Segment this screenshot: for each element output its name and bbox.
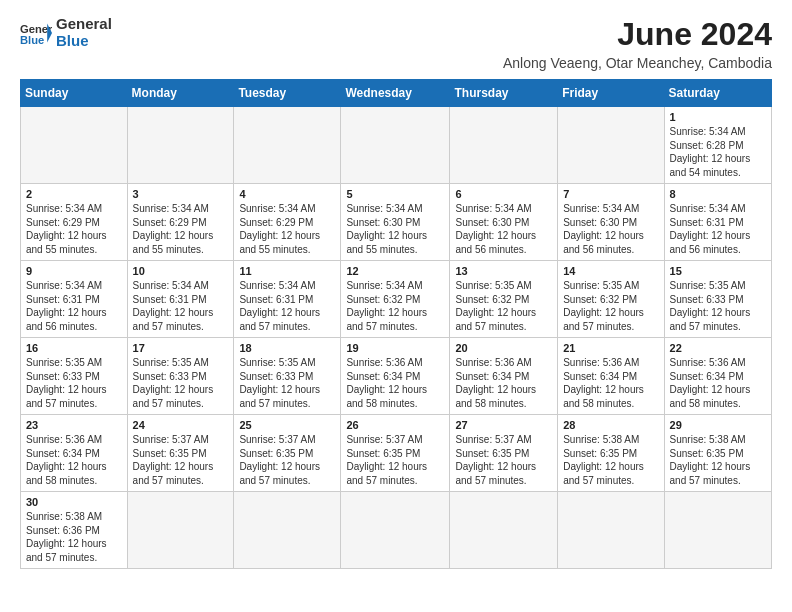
day-cell bbox=[558, 492, 664, 569]
day-info: Sunrise: 5:35 AMSunset: 6:32 PMDaylight:… bbox=[455, 279, 552, 333]
day-number: 23 bbox=[26, 419, 122, 431]
day-cell: 20Sunrise: 5:36 AMSunset: 6:34 PMDayligh… bbox=[450, 338, 558, 415]
day-cell: 24Sunrise: 5:37 AMSunset: 6:35 PMDayligh… bbox=[127, 415, 234, 492]
day-number: 13 bbox=[455, 265, 552, 277]
day-number: 6 bbox=[455, 188, 552, 200]
day-info: Sunrise: 5:37 AMSunset: 6:35 PMDaylight:… bbox=[346, 433, 444, 487]
day-number: 24 bbox=[133, 419, 229, 431]
day-cell bbox=[127, 107, 234, 184]
column-header-saturday: Saturday bbox=[664, 80, 771, 107]
day-cell: 1Sunrise: 5:34 AMSunset: 6:28 PMDaylight… bbox=[664, 107, 771, 184]
day-cell: 18Sunrise: 5:35 AMSunset: 6:33 PMDayligh… bbox=[234, 338, 341, 415]
day-cell: 3Sunrise: 5:34 AMSunset: 6:29 PMDaylight… bbox=[127, 184, 234, 261]
day-info: Sunrise: 5:36 AMSunset: 6:34 PMDaylight:… bbox=[563, 356, 658, 410]
day-number: 30 bbox=[26, 496, 122, 508]
day-info: Sunrise: 5:38 AMSunset: 6:35 PMDaylight:… bbox=[670, 433, 766, 487]
week-row-6: 30Sunrise: 5:38 AMSunset: 6:36 PMDayligh… bbox=[21, 492, 772, 569]
day-number: 3 bbox=[133, 188, 229, 200]
svg-text:Blue: Blue bbox=[20, 34, 44, 46]
day-info: Sunrise: 5:36 AMSunset: 6:34 PMDaylight:… bbox=[346, 356, 444, 410]
day-cell: 5Sunrise: 5:34 AMSunset: 6:30 PMDaylight… bbox=[341, 184, 450, 261]
day-info: Sunrise: 5:34 AMSunset: 6:29 PMDaylight:… bbox=[26, 202, 122, 256]
day-cell: 9Sunrise: 5:34 AMSunset: 6:31 PMDaylight… bbox=[21, 261, 128, 338]
day-cell: 8Sunrise: 5:34 AMSunset: 6:31 PMDaylight… bbox=[664, 184, 771, 261]
logo-icon: General Blue bbox=[20, 19, 52, 47]
day-info: Sunrise: 5:34 AMSunset: 6:30 PMDaylight:… bbox=[563, 202, 658, 256]
day-number: 25 bbox=[239, 419, 335, 431]
day-number: 14 bbox=[563, 265, 658, 277]
day-cell: 17Sunrise: 5:35 AMSunset: 6:33 PMDayligh… bbox=[127, 338, 234, 415]
day-number: 21 bbox=[563, 342, 658, 354]
day-number: 27 bbox=[455, 419, 552, 431]
day-info: Sunrise: 5:36 AMSunset: 6:34 PMDaylight:… bbox=[455, 356, 552, 410]
day-cell bbox=[450, 107, 558, 184]
day-number: 1 bbox=[670, 111, 766, 123]
day-cell: 6Sunrise: 5:34 AMSunset: 6:30 PMDaylight… bbox=[450, 184, 558, 261]
day-cell: 19Sunrise: 5:36 AMSunset: 6:34 PMDayligh… bbox=[341, 338, 450, 415]
day-cell: 21Sunrise: 5:36 AMSunset: 6:34 PMDayligh… bbox=[558, 338, 664, 415]
day-cell bbox=[450, 492, 558, 569]
day-cell: 12Sunrise: 5:34 AMSunset: 6:32 PMDayligh… bbox=[341, 261, 450, 338]
column-header-wednesday: Wednesday bbox=[341, 80, 450, 107]
day-number: 5 bbox=[346, 188, 444, 200]
day-cell bbox=[127, 492, 234, 569]
day-number: 29 bbox=[670, 419, 766, 431]
day-cell: 28Sunrise: 5:38 AMSunset: 6:35 PMDayligh… bbox=[558, 415, 664, 492]
column-header-thursday: Thursday bbox=[450, 80, 558, 107]
column-header-sunday: Sunday bbox=[21, 80, 128, 107]
week-row-1: 1Sunrise: 5:34 AMSunset: 6:28 PMDaylight… bbox=[21, 107, 772, 184]
day-cell: 15Sunrise: 5:35 AMSunset: 6:33 PMDayligh… bbox=[664, 261, 771, 338]
day-cell bbox=[21, 107, 128, 184]
day-info: Sunrise: 5:35 AMSunset: 6:33 PMDaylight:… bbox=[239, 356, 335, 410]
day-cell: 14Sunrise: 5:35 AMSunset: 6:32 PMDayligh… bbox=[558, 261, 664, 338]
day-number: 26 bbox=[346, 419, 444, 431]
day-cell: 13Sunrise: 5:35 AMSunset: 6:32 PMDayligh… bbox=[450, 261, 558, 338]
day-info: Sunrise: 5:36 AMSunset: 6:34 PMDaylight:… bbox=[26, 433, 122, 487]
day-info: Sunrise: 5:35 AMSunset: 6:33 PMDaylight:… bbox=[670, 279, 766, 333]
calendar-title: June 2024 bbox=[503, 16, 772, 53]
day-info: Sunrise: 5:34 AMSunset: 6:31 PMDaylight:… bbox=[26, 279, 122, 333]
day-info: Sunrise: 5:34 AMSunset: 6:32 PMDaylight:… bbox=[346, 279, 444, 333]
day-cell bbox=[234, 107, 341, 184]
day-number: 7 bbox=[563, 188, 658, 200]
day-info: Sunrise: 5:34 AMSunset: 6:31 PMDaylight:… bbox=[133, 279, 229, 333]
day-cell: 22Sunrise: 5:36 AMSunset: 6:34 PMDayligh… bbox=[664, 338, 771, 415]
day-cell: 27Sunrise: 5:37 AMSunset: 6:35 PMDayligh… bbox=[450, 415, 558, 492]
day-number: 9 bbox=[26, 265, 122, 277]
day-number: 18 bbox=[239, 342, 335, 354]
day-info: Sunrise: 5:38 AMSunset: 6:36 PMDaylight:… bbox=[26, 510, 122, 564]
day-cell: 2Sunrise: 5:34 AMSunset: 6:29 PMDaylight… bbox=[21, 184, 128, 261]
day-info: Sunrise: 5:34 AMSunset: 6:29 PMDaylight:… bbox=[239, 202, 335, 256]
day-info: Sunrise: 5:34 AMSunset: 6:29 PMDaylight:… bbox=[133, 202, 229, 256]
logo-blue: Blue bbox=[56, 33, 112, 50]
column-header-tuesday: Tuesday bbox=[234, 80, 341, 107]
day-info: Sunrise: 5:37 AMSunset: 6:35 PMDaylight:… bbox=[239, 433, 335, 487]
day-info: Sunrise: 5:37 AMSunset: 6:35 PMDaylight:… bbox=[455, 433, 552, 487]
day-cell bbox=[558, 107, 664, 184]
column-header-friday: Friday bbox=[558, 80, 664, 107]
day-number: 17 bbox=[133, 342, 229, 354]
day-number: 16 bbox=[26, 342, 122, 354]
logo-general: General bbox=[56, 16, 112, 33]
day-number: 2 bbox=[26, 188, 122, 200]
day-number: 20 bbox=[455, 342, 552, 354]
day-info: Sunrise: 5:34 AMSunset: 6:30 PMDaylight:… bbox=[455, 202, 552, 256]
day-number: 28 bbox=[563, 419, 658, 431]
column-header-monday: Monday bbox=[127, 80, 234, 107]
day-info: Sunrise: 5:38 AMSunset: 6:35 PMDaylight:… bbox=[563, 433, 658, 487]
week-row-5: 23Sunrise: 5:36 AMSunset: 6:34 PMDayligh… bbox=[21, 415, 772, 492]
day-cell: 26Sunrise: 5:37 AMSunset: 6:35 PMDayligh… bbox=[341, 415, 450, 492]
day-cell: 30Sunrise: 5:38 AMSunset: 6:36 PMDayligh… bbox=[21, 492, 128, 569]
day-cell: 25Sunrise: 5:37 AMSunset: 6:35 PMDayligh… bbox=[234, 415, 341, 492]
day-number: 19 bbox=[346, 342, 444, 354]
week-row-2: 2Sunrise: 5:34 AMSunset: 6:29 PMDaylight… bbox=[21, 184, 772, 261]
day-info: Sunrise: 5:34 AMSunset: 6:31 PMDaylight:… bbox=[239, 279, 335, 333]
day-cell: 29Sunrise: 5:38 AMSunset: 6:35 PMDayligh… bbox=[664, 415, 771, 492]
day-info: Sunrise: 5:34 AMSunset: 6:30 PMDaylight:… bbox=[346, 202, 444, 256]
day-info: Sunrise: 5:35 AMSunset: 6:32 PMDaylight:… bbox=[563, 279, 658, 333]
day-number: 4 bbox=[239, 188, 335, 200]
week-row-4: 16Sunrise: 5:35 AMSunset: 6:33 PMDayligh… bbox=[21, 338, 772, 415]
day-info: Sunrise: 5:35 AMSunset: 6:33 PMDaylight:… bbox=[26, 356, 122, 410]
day-cell: 7Sunrise: 5:34 AMSunset: 6:30 PMDaylight… bbox=[558, 184, 664, 261]
day-cell bbox=[341, 492, 450, 569]
